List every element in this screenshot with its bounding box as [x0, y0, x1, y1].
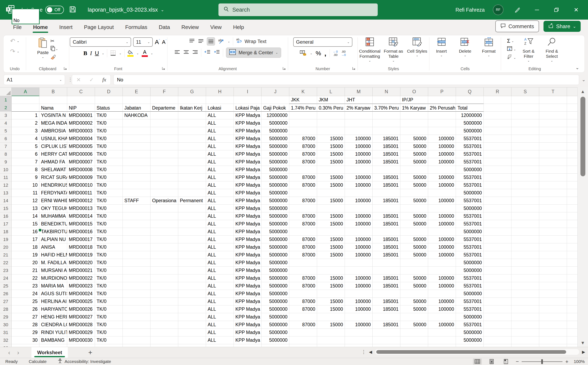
cell-A31[interactable]: 29	[12, 329, 39, 337]
clipboard-dialog-launcher[interactable]	[64, 67, 67, 71]
cell-G12[interactable]	[178, 181, 206, 189]
cell-T4[interactable]	[539, 119, 567, 127]
cell-P21[interactable]: 100000	[428, 251, 456, 259]
cell-I9[interactable]: KPP Madya	[234, 158, 262, 166]
cell-C20[interactable]: MRD00018	[67, 243, 95, 251]
cell-Q19[interactable]: 5537001	[456, 236, 484, 243]
cell-U19[interactable]	[567, 236, 577, 243]
cell-A24[interactable]: 22	[12, 274, 39, 282]
cell-R24[interactable]	[484, 274, 511, 282]
orientation-button[interactable]: ab	[218, 38, 225, 45]
cell-R26[interactable]	[484, 290, 511, 298]
cell-H14[interactable]: ALL	[206, 197, 234, 205]
cell-O21[interactable]: 50000	[400, 251, 428, 259]
column-header-N[interactable]: N	[373, 88, 400, 96]
row-header-14[interactable]: 14	[0, 197, 12, 205]
cell-U30[interactable]	[567, 321, 577, 329]
pen-icon[interactable]	[512, 7, 523, 13]
cell-G20[interactable]	[178, 243, 206, 251]
cell-C18[interactable]: MRD00016	[67, 228, 95, 236]
cell-L19[interactable]: 15000	[317, 236, 345, 243]
cell-H13[interactable]: ALL	[206, 189, 234, 197]
cell-B17[interactable]: BENEDIKTU	[39, 220, 67, 228]
cell-I30[interactable]: KPP Madya	[234, 321, 262, 329]
cell-D8[interactable]: TK/0	[95, 150, 123, 158]
cell-B20[interactable]: ANISA	[39, 243, 67, 251]
column-header-Q[interactable]: Q	[456, 88, 484, 96]
cell-C24[interactable]: MRD00022	[67, 274, 95, 282]
cell-R5[interactable]	[484, 127, 511, 135]
collapse-ribbon-chevron[interactable]: ⌄	[575, 65, 579, 70]
row-header-12[interactable]: 12	[0, 181, 12, 189]
select-all-button[interactable]	[0, 88, 12, 96]
cell-K18[interactable]	[289, 228, 317, 236]
cell-S3[interactable]	[511, 112, 539, 119]
cell-T31[interactable]	[539, 329, 567, 337]
cell-O29[interactable]	[400, 313, 428, 321]
cell-P31[interactable]	[428, 329, 456, 337]
cell-C27[interactable]: MRD00025	[67, 298, 95, 305]
cell-M13[interactable]	[345, 189, 373, 197]
cell-G26[interactable]	[178, 290, 206, 298]
cell-N30[interactable]: 185001	[373, 321, 400, 329]
cell-E16[interactable]	[123, 212, 151, 220]
cell-H24[interactable]: ALL	[206, 274, 234, 282]
cell-J32[interactable]: 5000000	[262, 337, 289, 344]
row-header-19[interactable]: 19	[0, 236, 12, 243]
cell-I25[interactable]: KPP Madya	[234, 282, 262, 290]
cell-P5[interactable]	[428, 127, 456, 135]
next-sheet-button[interactable]: ›	[17, 349, 19, 356]
cell-K15[interactable]	[289, 205, 317, 212]
cell-K21[interactable]: 87000	[289, 251, 317, 259]
cell-N16[interactable]: 185001	[373, 212, 400, 220]
cell-D1[interactable]	[95, 96, 123, 104]
cell-E21[interactable]	[123, 251, 151, 259]
cell-S5[interactable]	[511, 127, 539, 135]
cell-K6[interactable]: 87000	[289, 135, 317, 143]
cell-C13[interactable]: MRD00011	[67, 189, 95, 197]
cell-U21[interactable]	[567, 251, 577, 259]
row-header-33[interactable]: 33	[0, 344, 12, 347]
cell-O4[interactable]	[400, 119, 428, 127]
cell-C6[interactable]: MRD00004	[67, 135, 95, 143]
cell-D3[interactable]: TK/0	[95, 112, 123, 119]
cell-C11[interactable]: MRD00009	[67, 174, 95, 181]
cell-L15[interactable]	[317, 205, 345, 212]
cell-F8[interactable]	[151, 150, 178, 158]
cell-F32[interactable]	[151, 337, 178, 344]
cell-O9[interactable]: 50000	[400, 158, 428, 166]
cell-J26[interactable]: 5000000	[262, 290, 289, 298]
restore-button[interactable]	[551, 7, 562, 13]
cell-R20[interactable]	[484, 243, 511, 251]
cell-O31[interactable]	[400, 329, 428, 337]
scroll-down-icon[interactable]: ▼	[578, 340, 588, 346]
cell-D33[interactable]	[95, 344, 123, 347]
column-header-F[interactable]: F	[151, 88, 178, 96]
cell-Q31[interactable]: 5000000	[456, 329, 484, 337]
decrease-decimal-button[interactable]: .00→0	[341, 50, 346, 57]
cell-G8[interactable]	[178, 150, 206, 158]
row-header-4[interactable]: 4	[0, 119, 12, 127]
cell-I22[interactable]: KPP Madya	[234, 259, 262, 267]
cell-T3[interactable]	[539, 112, 567, 119]
cell-B31[interactable]: RINDI YULIT	[39, 329, 67, 337]
cell-L24[interactable]: 15000	[317, 274, 345, 282]
column-header-M[interactable]: M	[345, 88, 373, 96]
cell-T12[interactable]	[539, 181, 567, 189]
zoom-level[interactable]: 100%	[574, 359, 585, 364]
vertical-scroll-thumb[interactable]	[581, 97, 585, 176]
cell-S8[interactable]	[511, 150, 539, 158]
cell-F19[interactable]	[151, 236, 178, 243]
cell-P3[interactable]	[428, 112, 456, 119]
column-header-E[interactable]: E	[123, 88, 151, 96]
cell-F16[interactable]	[151, 212, 178, 220]
cell-B11[interactable]: RICAT SURA	[39, 174, 67, 181]
cell-L25[interactable]: 15000	[317, 282, 345, 290]
cell-B33[interactable]	[39, 344, 67, 347]
row-header-3[interactable]: 3	[0, 112, 12, 119]
cell-H3[interactable]: ALL	[206, 112, 234, 119]
cell-I6[interactable]: KPP Madya	[234, 135, 262, 143]
cell-I3[interactable]: KPP Madya	[234, 112, 262, 119]
cell-M25[interactable]: 100000	[345, 282, 373, 290]
calculate-status[interactable]: Calculate	[29, 359, 47, 364]
